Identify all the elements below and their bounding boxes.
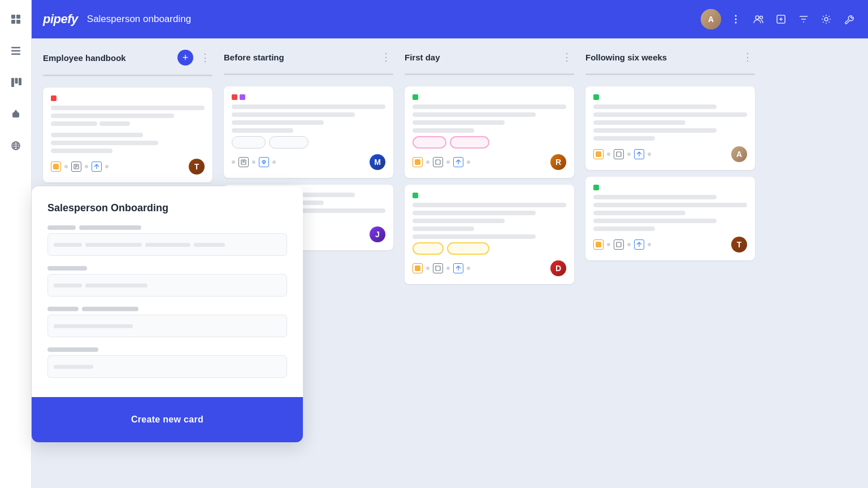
action-dot-2: [627, 152, 631, 156]
panel-footer: Create new card: [32, 397, 303, 442]
action-icon-2[interactable]: [238, 157, 249, 167]
column-underline: [585, 73, 755, 75]
column-title: Following six weeks: [585, 53, 736, 62]
create-new-card-button[interactable]: Create new card: [47, 407, 287, 432]
filter-icon[interactable]: [796, 11, 811, 27]
action-icon-3[interactable]: [92, 162, 102, 172]
card-footer: A: [593, 146, 747, 162]
action-icon[interactable]: [413, 263, 423, 273]
svg-rect-5: [11, 50, 20, 52]
more-menu-icon[interactable]: [728, 11, 744, 27]
badges-row: [413, 242, 566, 255]
action-dot-2: [446, 267, 450, 270]
column-menu-icon[interactable]: ⋮: [740, 50, 755, 64]
svg-rect-15: [14, 116, 18, 117]
sidebar: [0, 0, 32, 488]
action-dot-3: [105, 165, 108, 168]
export-icon[interactable]: [773, 11, 789, 27]
svg-point-12: [15, 110, 16, 112]
action-icon-2[interactable]: [433, 157, 443, 167]
page-title: Salesperson onboarding: [87, 14, 191, 25]
tag-red: [51, 95, 57, 101]
action-dot-2: [252, 160, 255, 164]
tag-purple: [240, 94, 245, 100]
field-label-4: [47, 347, 287, 352]
action-icon-2[interactable]: [614, 149, 624, 159]
sidebar-icon-robot[interactable]: [6, 104, 26, 124]
card-avatar: J: [370, 226, 385, 242]
svg-point-13: [14, 114, 15, 115]
badge-pink: [413, 136, 446, 149]
action-icon[interactable]: [593, 149, 604, 159]
action-icon[interactable]: [413, 157, 423, 167]
field-input-3[interactable]: [47, 315, 287, 337]
badges-row: [413, 136, 566, 149]
card-avatar: R: [550, 154, 566, 170]
card-footer: R: [413, 154, 566, 170]
action-icon-2[interactable]: [433, 263, 443, 273]
sidebar-icon-board[interactable]: [6, 72, 26, 93]
card-avatar: T: [189, 159, 205, 175]
settings-icon[interactable]: [818, 11, 834, 27]
action-icon-3[interactable]: [634, 239, 644, 250]
action-icon-2[interactable]: [614, 239, 624, 250]
card-avatar: M: [370, 154, 385, 170]
sidebar-icon-list[interactable]: [6, 41, 26, 61]
card-tags: [593, 94, 747, 100]
action-icon-2[interactable]: [71, 162, 81, 172]
card-tags: [413, 193, 566, 198]
wrench-icon[interactable]: [841, 11, 857, 27]
action-dot-3: [467, 160, 470, 164]
add-card-button[interactable]: +: [177, 50, 193, 66]
people-icon[interactable]: [750, 11, 766, 27]
action-dot-3: [648, 152, 651, 156]
svg-rect-41: [617, 242, 621, 247]
sidebar-icon-globe[interactable]: [6, 136, 26, 156]
card: T: [43, 88, 212, 182]
column-underline: [43, 75, 212, 76]
card-actions: [413, 263, 470, 273]
field-input-4[interactable]: [47, 355, 287, 378]
svg-rect-2: [11, 20, 15, 24]
action-dot-3: [272, 160, 276, 164]
sidebar-icon-grid[interactable]: [6, 9, 26, 29]
user-avatar[interactable]: A: [701, 9, 721, 29]
action-dot: [426, 160, 429, 164]
action-icon[interactable]: [593, 239, 604, 250]
card: D: [405, 185, 574, 284]
action-icon[interactable]: [51, 162, 61, 172]
svg-rect-8: [15, 78, 18, 84]
action-icon-3[interactable]: [453, 263, 463, 273]
action-dot: [232, 160, 235, 164]
card-actions: [593, 149, 651, 159]
action-icon-3[interactable]: [453, 157, 463, 167]
action-icon-3[interactable]: [259, 157, 269, 167]
action-dot: [64, 165, 68, 168]
column-menu-icon[interactable]: ⋮: [198, 50, 212, 65]
header: pipefy Salesperson onboarding A: [32, 0, 868, 38]
action-dot: [607, 243, 610, 246]
column-menu-icon[interactable]: ⋮: [379, 50, 393, 64]
badge-empty-2: [269, 136, 309, 149]
action-icon-3[interactable]: [634, 149, 644, 159]
header-left: pipefy Salesperson onboarding: [43, 12, 191, 27]
field-input-1[interactable]: [47, 233, 287, 256]
tag-red: [232, 94, 237, 100]
form-field-2: [47, 266, 287, 297]
column-header: First day ⋮: [405, 50, 574, 64]
field-input-2[interactable]: [47, 274, 287, 297]
card-footer: T: [593, 237, 747, 252]
logo: pipefy: [43, 12, 78, 27]
column-header: Employee handbook + ⋮: [43, 50, 212, 66]
svg-rect-1: [16, 15, 20, 19]
create-card-panel: Salesperson Onboarding: [32, 186, 303, 442]
header-right: A: [701, 9, 857, 29]
card-avatar: A: [731, 146, 747, 162]
card-footer: T: [51, 159, 205, 175]
card: R: [405, 86, 574, 178]
card-avatar: D: [550, 260, 566, 276]
form-field-1: [47, 225, 287, 256]
card-tags: [51, 95, 205, 101]
card: A: [585, 86, 755, 170]
column-menu-icon[interactable]: ⋮: [559, 50, 574, 64]
